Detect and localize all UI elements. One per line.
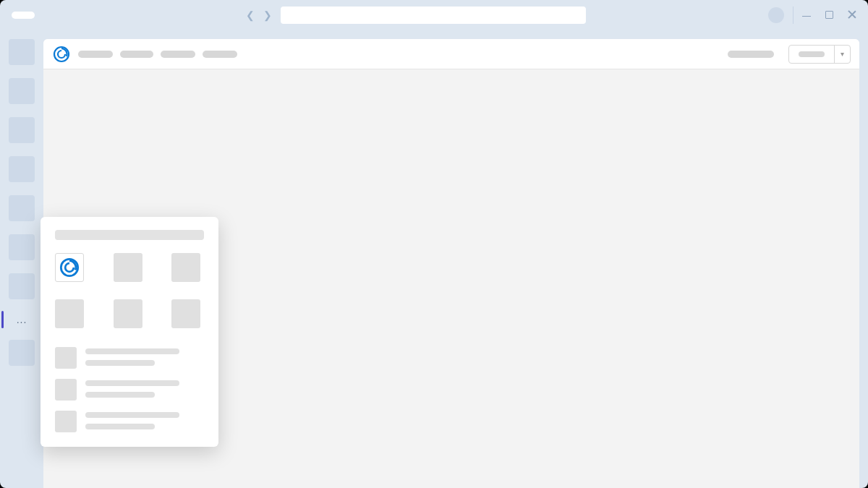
list-item[interactable] [55, 347, 204, 369]
maximize-icon[interactable] [825, 10, 833, 20]
list-item-thumb [55, 379, 77, 401]
app-tile[interactable] [171, 253, 200, 282]
list-item-title [85, 412, 179, 418]
app-launcher-popover [41, 217, 218, 447]
forward-icon[interactable]: ❯ [263, 9, 272, 21]
app-tile[interactable] [114, 253, 142, 282]
popover-app-grid [55, 253, 204, 328]
list-item-thumb [55, 347, 77, 369]
nav-item[interactable] [161, 51, 195, 58]
rail-item[interactable] [9, 195, 35, 221]
app-logo-icon[interactable] [52, 45, 71, 64]
list-item-subtitle [85, 424, 155, 429]
list-item-subtitle [85, 360, 155, 366]
list-item[interactable] [55, 411, 204, 432]
minimize-icon[interactable] [802, 10, 811, 20]
chevron-down-icon: ▾ [834, 46, 850, 63]
topbar-right-text [728, 51, 774, 58]
nav-item[interactable] [78, 51, 113, 58]
window-traffic-lights[interactable] [12, 12, 35, 19]
active-indicator [1, 311, 4, 328]
body-area: ... ▾ [0, 30, 868, 488]
nav-item[interactable] [203, 51, 237, 58]
titlebar-divider [793, 7, 793, 24]
rail-item[interactable] [9, 340, 35, 366]
content-topbar: ▾ [43, 39, 859, 69]
dropdown-label [799, 51, 825, 57]
history-nav: ❮ ❯ [246, 9, 272, 21]
close-icon[interactable] [848, 10, 856, 20]
app-tile[interactable] [55, 299, 84, 328]
rail-item[interactable] [9, 156, 35, 182]
address-bar[interactable] [281, 7, 586, 24]
rail-item[interactable] [9, 273, 35, 299]
rail-item[interactable] [9, 78, 35, 104]
ellipsis-icon: ... [17, 314, 27, 325]
app-tile[interactable] [55, 253, 84, 282]
back-icon[interactable]: ❮ [246, 9, 255, 21]
app-logo-icon [59, 257, 80, 278]
nav-item[interactable] [120, 51, 153, 58]
topbar-dropdown[interactable]: ▾ [788, 45, 851, 64]
app-tile[interactable] [114, 299, 142, 328]
popover-list [55, 347, 204, 432]
app-tile[interactable] [171, 299, 200, 328]
rail-item[interactable] [9, 117, 35, 143]
rail-item[interactable] [9, 39, 35, 65]
left-rail: ... [0, 30, 43, 488]
rail-overflow-button[interactable]: ... [9, 312, 35, 327]
list-item[interactable] [55, 379, 204, 401]
list-item-title [85, 380, 179, 386]
list-item-title [85, 348, 179, 354]
popover-header [55, 230, 204, 240]
list-item-thumb [55, 411, 77, 432]
list-item-subtitle [85, 392, 155, 398]
app-window: ❮ ❯ ... [0, 0, 868, 488]
window-controls [802, 10, 856, 20]
titlebar: ❮ ❯ [0, 0, 868, 30]
avatar[interactable] [768, 7, 784, 23]
rail-item[interactable] [9, 234, 35, 260]
